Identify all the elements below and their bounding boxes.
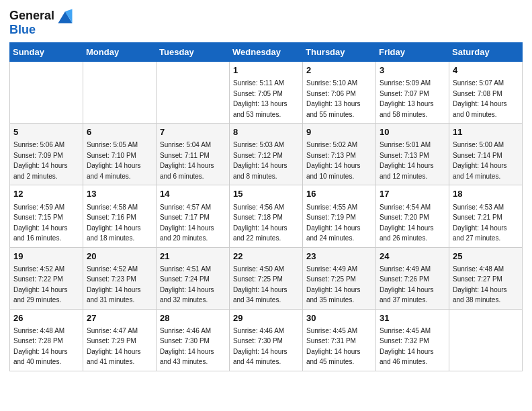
day-info: Sunrise: 4:52 AMSunset: 7:23 PMDaylight:… <box>87 265 141 304</box>
calendar-week-3: 12Sunrise: 4:59 AMSunset: 7:15 PMDayligh… <box>10 185 523 247</box>
day-info: Sunrise: 4:59 AMSunset: 7:15 PMDaylight:… <box>13 203 68 242</box>
day-number: 9 <box>306 126 372 138</box>
calendar-cell: 20Sunrise: 4:52 AMSunset: 7:23 PMDayligh… <box>83 247 157 309</box>
day-info: Sunrise: 5:06 AMSunset: 7:09 PMDaylight:… <box>13 141 68 180</box>
day-number: 25 <box>453 250 519 263</box>
day-number: 22 <box>233 250 299 263</box>
calendar-cell: 8Sunrise: 5:03 AMSunset: 7:12 PMDaylight… <box>230 124 303 185</box>
calendar-cell <box>157 62 230 124</box>
calendar-cell: 17Sunrise: 4:54 AMSunset: 7:20 PMDayligh… <box>376 185 449 247</box>
day-info: Sunrise: 4:49 AMSunset: 7:25 PMDaylight:… <box>306 265 361 304</box>
header: General Blue <box>9 7 523 37</box>
page: General Blue SundayMondayTuesdayWednesda… <box>0 0 532 381</box>
calendar-cell <box>83 62 157 124</box>
calendar-cell: 19Sunrise: 4:52 AMSunset: 7:22 PMDayligh… <box>10 247 83 309</box>
day-number: 1 <box>233 64 299 77</box>
day-number: 28 <box>160 312 226 324</box>
day-info: Sunrise: 4:45 AMSunset: 7:32 PMDaylight:… <box>380 327 434 366</box>
calendar-cell: 1Sunrise: 5:11 AMSunset: 7:05 PMDaylight… <box>230 62 303 124</box>
logo-icon <box>56 7 75 26</box>
calendar-cell: 25Sunrise: 4:48 AMSunset: 7:27 PMDayligh… <box>449 247 523 309</box>
day-info: Sunrise: 4:52 AMSunset: 7:22 PMDaylight:… <box>13 265 68 304</box>
day-number: 29 <box>233 312 299 324</box>
logo: General Blue <box>9 7 75 37</box>
calendar-cell: 23Sunrise: 4:49 AMSunset: 7:25 PMDayligh… <box>303 247 376 309</box>
day-number: 30 <box>306 312 372 324</box>
calendar-cell: 12Sunrise: 4:59 AMSunset: 7:15 PMDayligh… <box>10 185 83 247</box>
day-info: Sunrise: 4:48 AMSunset: 7:28 PMDaylight:… <box>13 327 68 366</box>
calendar-cell: 30Sunrise: 4:45 AMSunset: 7:31 PMDayligh… <box>303 309 376 371</box>
day-number: 7 <box>160 126 226 138</box>
calendar-cell: 13Sunrise: 4:58 AMSunset: 7:16 PMDayligh… <box>83 185 157 247</box>
day-info: Sunrise: 4:46 AMSunset: 7:30 PMDaylight:… <box>160 327 214 366</box>
day-info: Sunrise: 4:48 AMSunset: 7:27 PMDaylight:… <box>453 265 507 304</box>
calendar-cell: 18Sunrise: 4:53 AMSunset: 7:21 PMDayligh… <box>449 185 523 247</box>
day-number: 14 <box>160 188 226 200</box>
calendar-cell: 9Sunrise: 5:02 AMSunset: 7:13 PMDaylight… <box>303 124 376 185</box>
day-number: 21 <box>160 250 226 263</box>
calendar-cell: 15Sunrise: 4:56 AMSunset: 7:18 PMDayligh… <box>230 185 303 247</box>
day-number: 13 <box>87 188 152 200</box>
day-number: 15 <box>233 188 299 200</box>
calendar-cell: 4Sunrise: 5:07 AMSunset: 7:08 PMDaylight… <box>449 62 523 124</box>
weekday-header-tuesday: Tuesday <box>157 43 230 62</box>
day-info: Sunrise: 4:51 AMSunset: 7:24 PMDaylight:… <box>160 265 214 304</box>
day-info: Sunrise: 5:10 AMSunset: 7:06 PMDaylight:… <box>306 79 361 118</box>
calendar-cell <box>10 62 83 124</box>
day-info: Sunrise: 5:09 AMSunset: 7:07 PMDaylight:… <box>380 79 434 118</box>
calendar-cell: 29Sunrise: 4:46 AMSunset: 7:30 PMDayligh… <box>230 309 303 371</box>
calendar-cell: 31Sunrise: 4:45 AMSunset: 7:32 PMDayligh… <box>376 309 449 371</box>
day-number: 23 <box>306 250 372 263</box>
calendar-cell: 14Sunrise: 4:57 AMSunset: 7:17 PMDayligh… <box>157 185 230 247</box>
day-number: 5 <box>13 126 79 138</box>
calendar-cell: 6Sunrise: 5:05 AMSunset: 7:10 PMDaylight… <box>83 124 157 185</box>
day-number: 12 <box>13 188 79 200</box>
day-number: 3 <box>380 64 445 77</box>
day-info: Sunrise: 4:54 AMSunset: 7:20 PMDaylight:… <box>380 203 434 242</box>
calendar-cell: 27Sunrise: 4:47 AMSunset: 7:29 PMDayligh… <box>83 309 157 371</box>
day-info: Sunrise: 4:49 AMSunset: 7:26 PMDaylight:… <box>380 265 434 304</box>
calendar-cell: 21Sunrise: 4:51 AMSunset: 7:24 PMDayligh… <box>157 247 230 309</box>
calendar-cell <box>449 309 523 371</box>
calendar-week-5: 26Sunrise: 4:48 AMSunset: 7:28 PMDayligh… <box>10 309 523 371</box>
calendar-cell: 3Sunrise: 5:09 AMSunset: 7:07 PMDaylight… <box>376 62 449 124</box>
day-info: Sunrise: 5:07 AMSunset: 7:08 PMDaylight:… <box>453 79 507 118</box>
day-info: Sunrise: 4:57 AMSunset: 7:17 PMDaylight:… <box>160 203 214 242</box>
calendar-cell: 5Sunrise: 5:06 AMSunset: 7:09 PMDaylight… <box>10 124 83 185</box>
calendar-cell: 16Sunrise: 4:55 AMSunset: 7:19 PMDayligh… <box>303 185 376 247</box>
weekday-header-thursday: Thursday <box>303 43 376 62</box>
weekday-header-saturday: Saturday <box>449 43 523 62</box>
calendar-cell: 26Sunrise: 4:48 AMSunset: 7:28 PMDayligh… <box>10 309 83 371</box>
day-number: 19 <box>13 250 79 263</box>
weekday-header-monday: Monday <box>83 43 157 62</box>
weekday-header-wednesday: Wednesday <box>230 43 303 62</box>
calendar-week-2: 5Sunrise: 5:06 AMSunset: 7:09 PMDaylight… <box>10 124 523 185</box>
day-number: 6 <box>87 126 152 138</box>
day-info: Sunrise: 5:05 AMSunset: 7:10 PMDaylight:… <box>87 141 141 180</box>
calendar-cell: 10Sunrise: 5:01 AMSunset: 7:13 PMDayligh… <box>376 124 449 185</box>
calendar-week-4: 19Sunrise: 4:52 AMSunset: 7:22 PMDayligh… <box>10 247 523 309</box>
day-info: Sunrise: 4:50 AMSunset: 7:25 PMDaylight:… <box>233 265 287 304</box>
calendar-cell: 11Sunrise: 5:00 AMSunset: 7:14 PMDayligh… <box>449 124 523 185</box>
day-info: Sunrise: 4:47 AMSunset: 7:29 PMDaylight:… <box>87 327 141 366</box>
day-number: 31 <box>380 312 445 324</box>
calendar-table: SundayMondayTuesdayWednesdayThursdayFrid… <box>9 42 523 371</box>
day-number: 4 <box>453 64 519 77</box>
day-number: 18 <box>453 188 519 200</box>
day-number: 27 <box>87 312 152 324</box>
day-number: 16 <box>306 188 372 200</box>
day-number: 8 <box>233 126 299 138</box>
day-info: Sunrise: 5:02 AMSunset: 7:13 PMDaylight:… <box>306 141 361 180</box>
day-info: Sunrise: 4:53 AMSunset: 7:21 PMDaylight:… <box>453 203 507 242</box>
calendar-cell: 24Sunrise: 4:49 AMSunset: 7:26 PMDayligh… <box>376 247 449 309</box>
calendar-cell: 22Sunrise: 4:50 AMSunset: 7:25 PMDayligh… <box>230 247 303 309</box>
day-info: Sunrise: 4:58 AMSunset: 7:16 PMDaylight:… <box>87 203 141 242</box>
day-number: 11 <box>453 126 519 138</box>
day-info: Sunrise: 4:55 AMSunset: 7:19 PMDaylight:… <box>306 203 361 242</box>
day-info: Sunrise: 5:04 AMSunset: 7:11 PMDaylight:… <box>160 141 214 180</box>
calendar-cell: 2Sunrise: 5:10 AMSunset: 7:06 PMDaylight… <box>303 62 376 124</box>
day-info: Sunrise: 5:11 AMSunset: 7:05 PMDaylight:… <box>233 79 287 118</box>
day-info: Sunrise: 4:46 AMSunset: 7:30 PMDaylight:… <box>233 327 287 366</box>
day-number: 10 <box>380 126 445 138</box>
day-info: Sunrise: 4:45 AMSunset: 7:31 PMDaylight:… <box>306 327 361 366</box>
